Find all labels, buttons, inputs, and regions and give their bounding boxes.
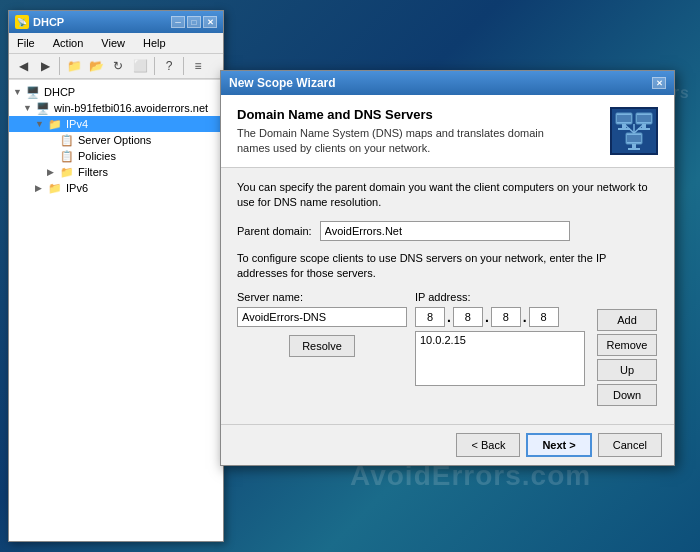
toolbar-refresh[interactable]: ↻ — [108, 56, 128, 76]
ip-dot-3: . — [523, 309, 527, 325]
next-button[interactable]: Next > — [526, 433, 591, 457]
dialog-new-scope-wizard: New Scope Wizard ✕ Domain Name and DNS S… — [220, 70, 675, 466]
ip-address-label: IP address: — [415, 291, 585, 303]
wizard-content: You can specify the parent domain you wa… — [221, 168, 674, 425]
ip-segment-4[interactable] — [529, 307, 559, 327]
tree-label-filters: Filters — [78, 166, 108, 178]
ip-segment-3[interactable] — [491, 307, 521, 327]
ip-list-item-1[interactable]: 10.0.2.15 — [416, 332, 584, 348]
toolbar-back[interactable]: ◀ — [13, 56, 33, 76]
wizard-header-description: The Domain Name System (DNS) maps and tr… — [237, 126, 577, 157]
ip-fields: . . . — [415, 307, 585, 327]
tree-label-server-options: Server Options — [78, 134, 151, 146]
dns-info-text: To configure scope clients to use DNS se… — [237, 251, 658, 282]
tree-label-policies: Policies — [78, 150, 116, 162]
tree-label-ipv6: IPv6 — [66, 182, 88, 194]
parent-domain-input[interactable] — [320, 221, 570, 241]
filters-icon: 📁 — [59, 165, 75, 179]
tree-arrow-server: ▼ — [23, 103, 35, 113]
menu-bar: File Action View Help — [9, 33, 223, 54]
policies-icon: 📋 — [59, 149, 75, 163]
svg-rect-9 — [627, 135, 641, 142]
resolve-button[interactable]: Resolve — [289, 335, 355, 357]
main-window: 📡 DHCP ─ □ ✕ File Action View Help ◀ ▶ 📁… — [8, 10, 224, 542]
title-bar-controls: ─ □ ✕ — [171, 16, 217, 28]
toolbar-sep-2 — [154, 57, 155, 75]
server-name-label: Server name: — [237, 291, 407, 303]
ip-segment-1[interactable] — [415, 307, 445, 327]
dialog-title: New Scope Wizard — [229, 76, 336, 90]
wizard-footer: < Back Next > Cancel — [221, 424, 674, 465]
specify-text: You can specify the parent domain you wa… — [237, 180, 658, 211]
tree-label-dhcp: DHCP — [44, 86, 75, 98]
network-svg-icon — [614, 111, 654, 151]
tree-arrow-ipv6: ▶ — [35, 183, 47, 193]
menu-help[interactable]: Help — [139, 35, 170, 51]
ip-list-box[interactable]: 10.0.2.15 — [415, 331, 585, 386]
cancel-button[interactable]: Cancel — [598, 433, 662, 457]
dialog-body: Domain Name and DNS Servers The Domain N… — [221, 95, 674, 465]
wizard-header-title: Domain Name and DNS Servers — [237, 107, 577, 122]
window-title: DHCP — [33, 16, 64, 28]
tree-arrow-ipv4: ▼ — [35, 119, 47, 129]
toolbar: ◀ ▶ 📁 📂 ↻ ⬜ ? ≡ — [9, 54, 223, 79]
up-button[interactable]: Up — [597, 359, 657, 381]
tree-label-ipv4: IPv4 — [66, 118, 88, 130]
tree-dhcp-root[interactable]: ▼ 🖥️ DHCP — [9, 84, 223, 100]
restore-button[interactable]: □ — [187, 16, 201, 28]
tree-server-options[interactable]: 📋 Server Options — [9, 132, 223, 148]
server-icon: 🖥️ — [35, 101, 51, 115]
wizard-header-text: Domain Name and DNS Servers The Domain N… — [237, 107, 577, 157]
dhcp-icon: 🖥️ — [25, 85, 41, 99]
toolbar-properties[interactable]: ⬜ — [130, 56, 150, 76]
add-button[interactable]: Add — [597, 309, 657, 331]
tree-filters[interactable]: ▶ 📁 Filters — [9, 164, 223, 180]
wizard-header: Domain Name and DNS Servers The Domain N… — [221, 95, 674, 168]
dialog-title-controls: ✕ — [652, 77, 666, 89]
ip-dot-2: . — [485, 309, 489, 325]
server-name-col: Server name: Resolve — [237, 291, 407, 357]
toolbar-help[interactable]: ? — [159, 56, 179, 76]
menu-view[interactable]: View — [97, 35, 129, 51]
down-button[interactable]: Down — [597, 384, 657, 406]
svg-rect-5 — [637, 115, 651, 122]
menu-action[interactable]: Action — [49, 35, 88, 51]
dialog-close-button[interactable]: ✕ — [652, 77, 666, 89]
server-options-icon: 📋 — [59, 133, 75, 147]
ip-dot-1: . — [447, 309, 451, 325]
toolbar-sep-3 — [183, 57, 184, 75]
tree-label-server: win-b91fetbi016.avoiderrors.net — [54, 102, 208, 114]
parent-domain-label: Parent domain: — [237, 225, 312, 237]
toolbar-folder2[interactable]: 📂 — [86, 56, 106, 76]
tree-ipv6[interactable]: ▶ 📁 IPv6 — [9, 180, 223, 196]
back-button[interactable]: < Back — [456, 433, 520, 457]
toolbar-sep-1 — [59, 57, 60, 75]
close-button[interactable]: ✕ — [203, 16, 217, 28]
toolbar-folder[interactable]: 📁 — [64, 56, 84, 76]
tree-server-node[interactable]: ▼ 🖥️ win-b91fetbi016.avoiderrors.net — [9, 100, 223, 116]
tree-policies[interactable]: 📋 Policies — [9, 148, 223, 164]
toolbar-show-pane[interactable]: ≡ — [188, 56, 208, 76]
menu-file[interactable]: File — [13, 35, 39, 51]
remove-button[interactable]: Remove — [597, 334, 657, 356]
tree-panel: ▼ 🖥️ DHCP ▼ 🖥️ win-b91fetbi016.avoiderro… — [9, 79, 223, 541]
title-bar: 📡 DHCP ─ □ ✕ — [9, 11, 223, 33]
ipv4-icon: 📁 — [47, 117, 63, 131]
server-name-input[interactable] — [237, 307, 407, 327]
ip-address-col: IP address: . . . 10.0.2.15 — [415, 291, 585, 386]
parent-domain-row: Parent domain: — [237, 221, 658, 241]
title-bar-left: 📡 DHCP — [15, 15, 64, 29]
ip-segment-2[interactable] — [453, 307, 483, 327]
minimize-button[interactable]: ─ — [171, 16, 185, 28]
tree-ipv4[interactable]: ▼ 📁 IPv4 — [9, 116, 223, 132]
tree-arrow-filters: ▶ — [47, 167, 59, 177]
dhcp-window-icon: 📡 — [15, 15, 29, 29]
action-buttons: Add Remove Up Down — [597, 309, 657, 406]
dialog-title-bar: New Scope Wizard ✕ — [221, 71, 674, 95]
svg-rect-1 — [617, 115, 631, 122]
tree-arrow-dhcp: ▼ — [13, 87, 25, 97]
svg-rect-10 — [632, 144, 636, 148]
svg-rect-11 — [628, 148, 640, 150]
server-ip-row: Server name: Resolve IP address: . . — [237, 291, 658, 406]
toolbar-forward[interactable]: ▶ — [35, 56, 55, 76]
